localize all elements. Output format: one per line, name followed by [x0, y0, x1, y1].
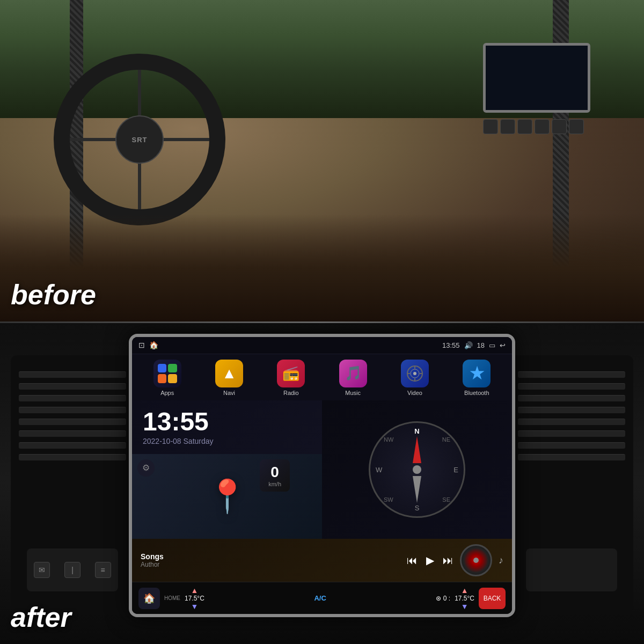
- vent-slat-2: [19, 383, 126, 390]
- video-label: Video: [407, 390, 422, 396]
- temp-down-icon[interactable]: ▼: [191, 602, 198, 611]
- music-icon-img: 🎵: [339, 360, 367, 387]
- map-area: 📍: [132, 454, 322, 539]
- app-icon-apps[interactable]: Apps: [138, 360, 196, 396]
- temp-right-display: ▲ 17.5°C ▼: [455, 586, 474, 611]
- vent-slat-r5: [518, 419, 625, 425]
- old-controls: [483, 119, 601, 134]
- next-button[interactable]: ⏭: [443, 554, 453, 567]
- temp-right-down-icon[interactable]: ▼: [461, 602, 469, 611]
- before-car-interior: SRT before: [0, 0, 644, 321]
- compass-center-dot: [413, 465, 421, 474]
- svg-point-2: [413, 372, 416, 375]
- vent-slat-3: [19, 395, 126, 401]
- speed-unit: km/h: [268, 481, 281, 487]
- app-icon-navi[interactable]: ▲ Navi: [200, 360, 258, 396]
- clock-date: 2022-10-08 Saturday: [143, 437, 311, 445]
- vent-slat-r8: [518, 454, 625, 460]
- steering-wheel-outer: SRT: [54, 54, 225, 225]
- compass: N S E W NW NE SW SE: [369, 421, 465, 518]
- before-label: before: [11, 279, 96, 311]
- vent-slat-r4: [518, 407, 625, 413]
- vent-slat-8: [19, 454, 126, 460]
- status-bar: ⊡ 🏠 13:55 🔊 18 ▭ ↩: [132, 337, 512, 354]
- main-container: SRT before: [0, 0, 644, 644]
- vent-slat-r7: [518, 442, 625, 449]
- home-button[interactable]: 🏠: [138, 588, 160, 609]
- prev-button[interactable]: ⏮: [407, 554, 418, 567]
- map-pin-icon: 📍: [207, 477, 247, 515]
- music-note-icon: ♪: [499, 555, 503, 566]
- screen-content: ⊡ 🏠 13:55 🔊 18 ▭ ↩: [132, 337, 512, 614]
- old-btn-5: [552, 119, 567, 134]
- music-label: Music: [345, 390, 361, 396]
- bluetooth-label: Bluetooth: [464, 390, 489, 396]
- after-car-interior: ✉ | ≡: [0, 323, 644, 645]
- vent-envelope-icon: ✉: [34, 562, 50, 578]
- speed-display: 0 km/h: [260, 459, 290, 492]
- navi-icon-img: ▲: [215, 360, 243, 387]
- compass-southeast: SE: [442, 496, 450, 503]
- old-infotainment-area: [483, 43, 601, 134]
- app-icon-video[interactable]: Video: [386, 360, 443, 396]
- ac-display: A/C: [209, 594, 432, 602]
- temp-up-icon[interactable]: ▲: [191, 586, 198, 595]
- compass-needle-south: [413, 476, 421, 503]
- fan-display: ⊛ 0 :: [436, 595, 450, 602]
- right-vent-controls: [526, 548, 617, 591]
- app-icon-radio[interactable]: 📻 Radio: [262, 360, 320, 396]
- home-label: HOME: [164, 595, 180, 601]
- steering-badge: SRT: [115, 115, 164, 164]
- main-content-grid: 13:55 2022-10-08 Saturday N S E W: [132, 400, 512, 539]
- compass-south: S: [415, 504, 420, 512]
- right-air-vent: [510, 355, 633, 613]
- old-screen-display: [486, 46, 588, 110]
- status-time: 13:55: [442, 341, 460, 349]
- status-left: ⊡ 🏠: [138, 341, 158, 349]
- vent-slat-r6: [518, 430, 625, 437]
- compass-needle-north: [413, 436, 421, 463]
- temp-left-value: 17.5°C: [185, 595, 204, 602]
- apps-grid: [153, 360, 181, 387]
- settings-button[interactable]: ⚙: [137, 459, 155, 477]
- music-player: Songs Author ⏮ ▶ ⏭ ♪: [132, 539, 512, 582]
- tablet-screen[interactable]: ⊡ 🏠 13:55 🔊 18 ▭ ↩: [129, 334, 515, 618]
- app-icon-bluetooth[interactable]: ★ Bluetooth: [448, 360, 506, 396]
- speed-value: 0: [268, 464, 281, 481]
- compass-widget: N S E W NW NE SW SE: [322, 400, 512, 539]
- video-icon-img: [401, 360, 429, 387]
- apps-grid-blue: [158, 364, 167, 373]
- compass-ring: N S E W NW NE SW SE: [369, 421, 465, 518]
- home-outline-icon[interactable]: ⊡: [138, 341, 145, 349]
- nav-widget[interactable]: ⚙ 0 km/h 📍: [132, 454, 322, 539]
- house-icon[interactable]: 🏠: [149, 341, 158, 349]
- old-screen-frame: [483, 43, 590, 113]
- home-icon: 🏠: [143, 592, 155, 604]
- vent-slat-r2: [518, 383, 625, 390]
- vent-menu-icon: ≡: [95, 562, 111, 578]
- bottom-control-bar: 🏠 HOME ▲ 17.5°C ▼ A/C ⊛ 0 :: [132, 582, 512, 614]
- apps-icon-img: [153, 360, 181, 387]
- back-icon[interactable]: ↩: [500, 341, 506, 349]
- compass-northeast: NE: [442, 436, 450, 443]
- app-icon-music[interactable]: 🎵 Music: [324, 360, 382, 396]
- dashboard-area: [0, 214, 644, 321]
- bluetooth-icon-img: ★: [463, 360, 491, 387]
- vent-slat-5: [19, 419, 126, 425]
- vent-slat-1: [19, 371, 126, 378]
- vent-slat-r3: [518, 395, 625, 401]
- back-button[interactable]: BACK: [479, 588, 506, 609]
- temp-right-value: 17.5°C: [455, 595, 474, 602]
- left-vent-controls: ✉ | ≡: [27, 548, 118, 591]
- vent-slat-7: [19, 442, 126, 449]
- volume-level: 18: [477, 341, 485, 349]
- old-btn-6: [569, 119, 584, 134]
- left-air-vent: ✉ | ≡: [11, 355, 134, 613]
- temp-right-up-icon[interactable]: ▲: [461, 586, 469, 595]
- after-label: after: [11, 601, 71, 633]
- vent-slat-r1: [518, 371, 625, 378]
- right-vent-slats: [518, 371, 625, 466]
- play-button[interactable]: ▶: [426, 554, 434, 567]
- compass-west: W: [376, 465, 382, 473]
- radio-label: Radio: [283, 390, 299, 396]
